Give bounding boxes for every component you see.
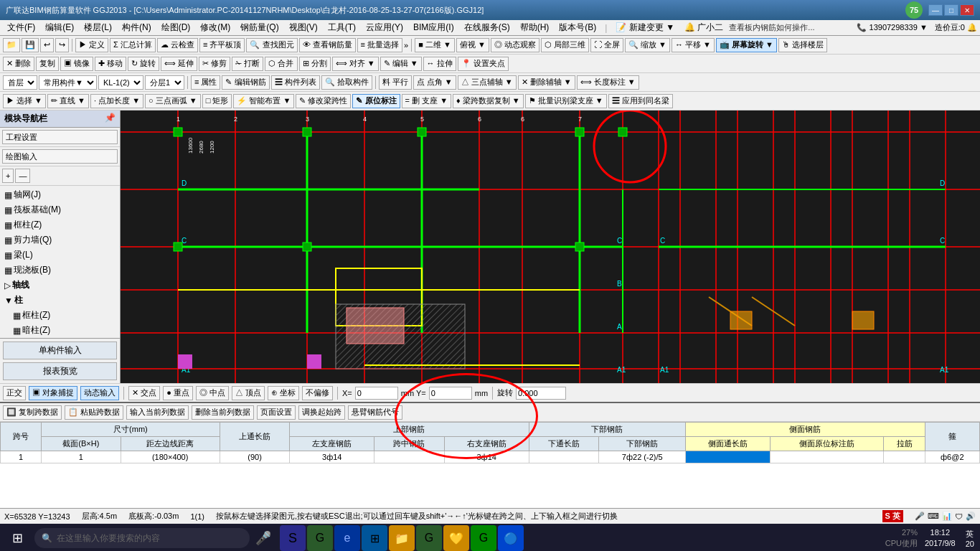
tb-redo[interactable]: ↪ (55, 38, 69, 52)
tb-delaxis[interactable]: ✕ 删除辅轴 ▼ (518, 75, 575, 90)
minimize-btn[interactable]: — (928, 4, 943, 16)
tb-split[interactable]: ⊞ 分割 (299, 57, 331, 71)
tb-extend[interactable]: ⟺ 延伸 (161, 57, 197, 71)
menu-newchange[interactable]: 📝 新建变更 ▼ (611, 20, 679, 35)
menu-online[interactable]: 在线服务(S) (460, 20, 514, 35)
menu-version[interactable]: 版本号(B) (555, 20, 600, 35)
snap-btn[interactable]: ▣ 对象捕捉 (29, 386, 77, 400)
tb-select[interactable]: ▶ 选择 ▼ (3, 94, 46, 108)
desktop-btn[interactable]: 英 20 (963, 529, 977, 548)
copy-span-btn[interactable]: 🔲 复制跨数据 (3, 405, 62, 420)
component-type-select[interactable]: 常用构件▼梁 (39, 75, 97, 90)
close-btn[interactable]: ✕ (960, 4, 974, 16)
snap-vertex[interactable]: △ 顶点 (232, 386, 265, 400)
tb-merge[interactable]: ⬡ 合并 (265, 57, 297, 71)
td-span-index1[interactable]: 1 (1, 451, 42, 463)
beam-type-select[interactable]: KL-1(2) (98, 75, 143, 90)
sidebar-tool2[interactable]: — (15, 169, 30, 183)
app-g2[interactable]: G (416, 525, 442, 551)
paste-span-btn[interactable]: 📋 粘贴跨数据 (65, 405, 123, 420)
tb-local3d[interactable]: ⬡ 局部三维 (541, 38, 589, 52)
start-btn[interactable]: ⊞ (3, 525, 32, 551)
tb-trim[interactable]: ✂ 修剪 (199, 57, 230, 71)
tb-delete[interactable]: ✕ 删除 (3, 57, 34, 71)
app-yellow[interactable]: 💛 (443, 525, 469, 551)
tb-zoom[interactable]: 🔍 缩放 ▼ (625, 38, 670, 52)
tb-level[interactable]: ≡ 齐平板顶 (199, 38, 245, 52)
tree-axisnet[interactable]: ▦轴网(J) (1, 187, 118, 202)
td-top-cont[interactable]: 3ф14 (290, 451, 374, 463)
app-green[interactable]: G (471, 525, 496, 551)
tb-break[interactable]: ✁ 打断 (232, 57, 263, 71)
menu-view[interactable]: 视图(V) (285, 20, 322, 35)
data-table-wrap[interactable]: 跨号 尺寸(mm) 上通长筋 上部钢筋 下部钢筋 侧面钢筋 箍 截面(B×H) … (0, 422, 980, 508)
menu-cloud[interactable]: 云应用(Y) (362, 20, 407, 35)
tb-stretch[interactable]: ↔ 拉伸 (423, 57, 456, 71)
tb-save[interactable]: 💾 (22, 38, 39, 52)
app-ie[interactable]: e (334, 525, 360, 551)
tb-viewrebar[interactable]: 👁 查看钢筋量 (299, 38, 356, 52)
tb-calc[interactable]: Σ 汇总计算 (110, 38, 156, 52)
tb-modifyspan[interactable]: ✎ 修改梁跨性 (296, 94, 351, 108)
maximize-btn[interactable]: □ (944, 4, 958, 16)
sidebar-tool1[interactable]: + (2, 169, 14, 183)
td-leftdist[interactable]: (90) (220, 451, 290, 463)
tree-framecol[interactable]: ▦框柱(Z) (1, 217, 118, 232)
sidebar-engineering[interactable]: 工程设置 (2, 130, 118, 144)
mic-icon[interactable]: 🎤 (253, 527, 274, 549)
tb-pointangle[interactable]: 点 点角 ▼ (413, 75, 456, 90)
tb-setgrip[interactable]: 📍 设置夹点 (458, 57, 509, 71)
td-left-sup[interactable] (374, 451, 445, 463)
td-side-inplace[interactable] (771, 451, 884, 463)
td-section[interactable]: (180×400) (121, 451, 220, 463)
tb-lengthdim[interactable]: ⟺ 长度标注 ▼ (577, 75, 639, 90)
td-side-cont[interactable] (686, 451, 771, 463)
tb-more1[interactable]: » (404, 41, 408, 50)
tb-new[interactable]: 📁 (3, 38, 20, 52)
tb-batchsel[interactable]: ≡ 批量选择 (357, 38, 402, 52)
tb-mirror[interactable]: ▣ 镜像 (60, 57, 93, 71)
tb-move[interactable]: ✚ 移动 (95, 57, 126, 71)
x-input[interactable] (355, 387, 398, 400)
tb-findelem[interactable]: 🔍 查找图元 (246, 38, 297, 52)
app-g1[interactable]: G (307, 525, 333, 551)
tb-3pointaxis[interactable]: △ 三点辅轴 ▼ (458, 75, 517, 90)
input-col-btn[interactable]: 输入当前列数据 (126, 405, 189, 420)
snap-coord2[interactable]: ⊕ 坐标 (268, 386, 299, 400)
ortho-btn[interactable]: 正交 (3, 386, 26, 400)
tb-complist[interactable]: ☰ 构件列表 (271, 75, 320, 90)
tb-batchid[interactable]: ⚑ 批量识别梁支座 ▼ (525, 94, 607, 108)
snap-midpoint[interactable]: ◎ 中点 (196, 386, 229, 400)
tb-inplace-label[interactable]: ✎ 原位标注 (352, 94, 400, 108)
td-right-sup[interactable]: 3ф14 (444, 451, 529, 463)
rotate-input[interactable] (516, 387, 566, 400)
tb-align[interactable]: ⟺ 对齐 ▼ (332, 57, 379, 71)
app-win[interactable]: ⊞ (362, 525, 387, 551)
tb-applysame[interactable]: ☰ 应用到同名梁 (608, 94, 673, 108)
tb-smartplace[interactable]: ⚡ 智能布置 ▼ (233, 94, 294, 108)
tb-copyspan[interactable]: ♦ 梁跨数据复制 ▼ (453, 94, 524, 108)
td-bot-rebar[interactable]: 7ф22 (-2)/5 (599, 451, 686, 463)
td-row-num[interactable]: 1 (42, 451, 121, 463)
search-bar[interactable]: 🔍 在这里输入你要搜索的内容 (34, 528, 250, 548)
tree-col-group[interactable]: ▼柱 (1, 293, 118, 308)
tb-arc3[interactable]: ○ 三点画弧 ▼ (145, 94, 201, 108)
tb-topview[interactable]: 俯视 ▼ (456, 38, 489, 52)
tb-2d[interactable]: ■ 二维 ▼ (415, 38, 455, 52)
y-input[interactable] (429, 387, 472, 400)
sidebar-pin[interactable]: 📌 (105, 113, 116, 125)
menu-help[interactable]: 帮助(H) (516, 20, 554, 35)
menu-component[interactable]: 构件(N) (118, 20, 156, 35)
tb-editbtn[interactable]: ✎ 编辑 ▼ (380, 57, 422, 71)
menu-bim[interactable]: BIM应用(I) (409, 20, 458, 35)
app-guanglian[interactable]: S (280, 525, 306, 551)
sidebar-drawing[interactable]: 绘图输入 (2, 149, 118, 164)
tb-pickup[interactable]: 🔍 拾取构件 (321, 75, 372, 90)
menu-edit[interactable]: 编辑(E) (41, 20, 78, 35)
snap-freemod[interactable]: 不偏修 (302, 386, 333, 400)
snap-endpoint[interactable]: ● 重点 (163, 386, 193, 400)
tb-pan[interactable]: ↔ 平移 ▼ (672, 38, 715, 52)
report-preview-btn[interactable]: 报表预览 (3, 362, 117, 380)
win-controls[interactable]: — □ ✕ (928, 4, 974, 16)
tb-line[interactable]: ✏ 直线 ▼ (47, 94, 89, 108)
